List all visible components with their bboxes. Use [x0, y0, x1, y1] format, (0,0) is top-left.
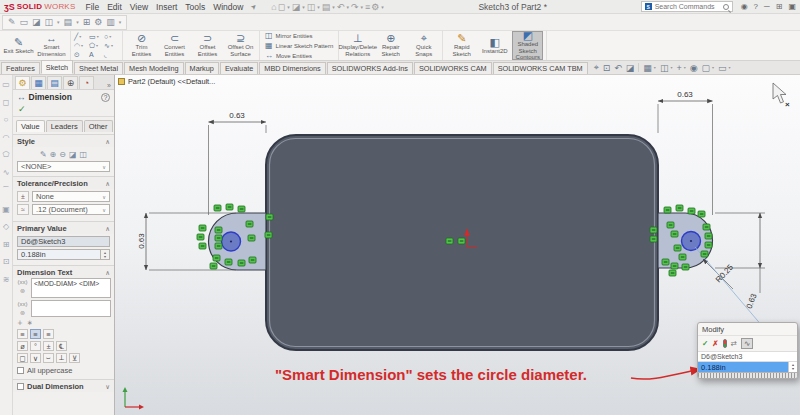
search-commands-box[interactable]: S	[641, 1, 733, 12]
diameter-symbol-button[interactable]: ø	[17, 341, 28, 351]
account-icon[interactable]: ◉	[741, 2, 748, 11]
arc-tool[interactable]: ◠▾	[74, 42, 89, 50]
shaded-sketch-contours-button[interactable]: ◩ Shaded Sketch Contours	[512, 31, 543, 60]
tab-evaluate[interactable]: Evaluate	[220, 62, 258, 74]
side-tool-icon[interactable]: ◻	[3, 98, 10, 107]
new-document-icon[interactable]: ◻	[278, 2, 285, 12]
accept-check-icon[interactable]: ✓	[702, 339, 708, 348]
collapse-chevron-icon[interactable]: ∧	[105, 138, 110, 146]
window-layout-icon[interactable]: ⊞	[776, 2, 783, 11]
side-tool-icon[interactable]: ▣	[2, 205, 10, 214]
dimension-right-width[interactable]: 0.63	[658, 90, 713, 215]
thumbwheel-toggle-icon[interactable]: ∿	[741, 338, 753, 349]
style-dropdown[interactable]: <NONE> ∨	[17, 161, 110, 172]
dimension-left-width[interactable]: 0.63	[209, 111, 267, 215]
tab-dimxpert-manager[interactable]: ▤	[47, 76, 62, 89]
collapse-chevron-icon[interactable]: ∧	[105, 225, 110, 233]
tab-other[interactable]: Other	[84, 120, 113, 132]
help-icon[interactable]: ?	[101, 93, 110, 102]
side-tool-icon[interactable]: ⌒	[2, 185, 10, 196]
plus-minus-symbol-button[interactable]: ±	[43, 341, 54, 351]
tab-overflow-icon[interactable]: »	[107, 82, 112, 89]
style-load-icon[interactable]: ◫	[80, 150, 88, 159]
tolerance-section-header[interactable]: Tolerance/Precision ∧	[13, 176, 114, 189]
convert-entities-button[interactable]: ⊂ Convert Entities	[159, 31, 190, 60]
open-recent-icon[interactable]: ◪	[32, 17, 41, 27]
ok-check-icon[interactable]: ✓	[13, 104, 114, 117]
mirror-entities-button[interactable]: ◫Mirror Entities	[265, 31, 333, 40]
tab-mbd-dimensions[interactable]: MBD Dimensions	[259, 62, 325, 74]
sketch-tool-icon[interactable]: ✎	[8, 17, 16, 27]
move-entities-button[interactable]: ↔Move Entities	[265, 51, 333, 60]
cancel-x-icon[interactable]: ✗	[712, 339, 718, 348]
dimension-text-section-header[interactable]: Dimension Text ∧	[13, 265, 114, 278]
properties-icon[interactable]: ≡	[365, 2, 370, 12]
add-star-icon[interactable]: ∗	[27, 319, 33, 327]
zoom-to-fit-icon[interactable]: ⌖	[594, 62, 599, 73]
previous-view-icon[interactable]: ↶	[614, 63, 622, 73]
style-add-icon[interactable]: ⊕	[50, 150, 57, 159]
chevron-down-icon[interactable]: ▾	[79, 34, 81, 39]
cascade-windows-icon[interactable]: ▣	[788, 2, 796, 11]
print-icon[interactable]: ▤	[322, 2, 331, 12]
chevron-down-icon[interactable]: ▾	[381, 4, 384, 10]
text-tool[interactable]: A	[89, 51, 104, 58]
print-preview-icon[interactable]: ▤	[64, 17, 73, 27]
help-icon[interactable]: ?	[754, 2, 758, 11]
justify-center-button[interactable]: ≡	[30, 329, 41, 339]
modify-dialog[interactable]: Modify ✓ ✗ ⇄ ∿ D6@Sketch3 0.188in ▴ ▾	[697, 322, 798, 379]
chevron-down-icon[interactable]: ▾	[81, 43, 83, 48]
dual-dimension-checkbox[interactable]	[17, 383, 24, 390]
dimension-label[interactable]: 0.63	[677, 90, 693, 99]
chevron-down-icon[interactable]: ▾	[119, 19, 122, 25]
spin-down-icon[interactable]: ▾	[792, 367, 794, 371]
tab-features[interactable]: Features	[1, 62, 40, 74]
side-tool-icon[interactable]: ▭	[2, 80, 10, 89]
chevron-down-icon[interactable]: ▾	[57, 19, 60, 25]
thumbwheel[interactable]	[698, 372, 797, 378]
primary-value-section-header[interactable]: Primary Value ∧	[13, 221, 114, 234]
dimension-value-field[interactable]: 0.188in	[17, 249, 101, 260]
point-tool[interactable]: ⊙	[74, 51, 89, 59]
open-icon[interactable]: ◪	[292, 2, 301, 12]
dimension-right-height[interactable]: 0.63	[715, 213, 765, 310]
expand-chevron-icon[interactable]: ∨	[105, 383, 110, 391]
tab-solidworks-cam-tbm[interactable]: SOLIDWORKS CAM TBM	[493, 62, 588, 74]
minimize-icon[interactable]: ─	[764, 2, 770, 11]
offset-on-surface-button[interactable]: ⊇ Offset On Surface	[225, 31, 256, 60]
apply-scene-icon[interactable]: ▢	[702, 63, 711, 73]
dimension-label[interactable]: 0.63	[745, 292, 759, 310]
chevron-down-icon[interactable]: ▾	[712, 65, 714, 70]
value-spinner[interactable]: ▴ ▾	[101, 249, 110, 260]
pattern-tool-icon[interactable]: ⊞	[83, 17, 91, 27]
feature-tree-root[interactable]: Part2 (Default) <<Default...	[118, 77, 215, 86]
chevron-down-icon[interactable]: ▾	[96, 43, 98, 48]
dimension-text-input[interactable]: <MOD-DIAM> <DIM>	[31, 278, 111, 298]
view-orientation-icon[interactable]: ▦	[643, 63, 652, 73]
modify-value-input[interactable]: 0.188in	[698, 362, 788, 372]
hide-show-items-icon[interactable]: +	[676, 63, 681, 73]
view-settings-icon[interactable]: ▥	[106, 17, 115, 27]
view-settings-icon[interactable]: ▭	[718, 63, 727, 73]
dual-dimension-section-header[interactable]: Dual Dimension ∨	[13, 379, 114, 392]
display-delete-relations-button[interactable]: ⊥ Display/Delete Relations	[342, 31, 373, 60]
depth-symbol-button[interactable]: ⟂	[56, 353, 67, 363]
redo-icon[interactable]: ↷	[351, 2, 359, 12]
pin-menu-icon[interactable]: ➤	[249, 2, 259, 12]
dimension-corner-radius[interactable]: R0.25	[703, 259, 735, 289]
rectangle-tool-icon[interactable]: ▭	[20, 17, 29, 27]
instant2d-button[interactable]: ◧ Instant2D	[479, 31, 510, 60]
precision-dropdown[interactable]: .12 (Document) ∨	[32, 204, 110, 215]
menu-edit[interactable]: Edit	[103, 2, 126, 12]
all-uppercase-checkbox[interactable]	[17, 367, 24, 374]
square-symbol-button[interactable]: ◻	[17, 353, 28, 363]
trim-entities-button[interactable]: ⊘ Trim Entities	[126, 31, 157, 60]
style-section-header[interactable]: Style ∧	[13, 134, 114, 147]
spline-tool[interactable]: ∿▾	[104, 42, 119, 50]
chevron-down-icon[interactable]: ▾	[670, 65, 672, 70]
tab-mesh-modeling[interactable]: Mesh Modeling	[124, 62, 183, 74]
rectangle-tool[interactable]: ▭▾	[89, 33, 104, 41]
offset-entities-button[interactable]: ⊃ Offset Entities	[192, 31, 223, 60]
settings-tool-icon[interactable]: ⚙	[94, 17, 102, 27]
undo-icon[interactable]: ↶	[337, 2, 345, 12]
